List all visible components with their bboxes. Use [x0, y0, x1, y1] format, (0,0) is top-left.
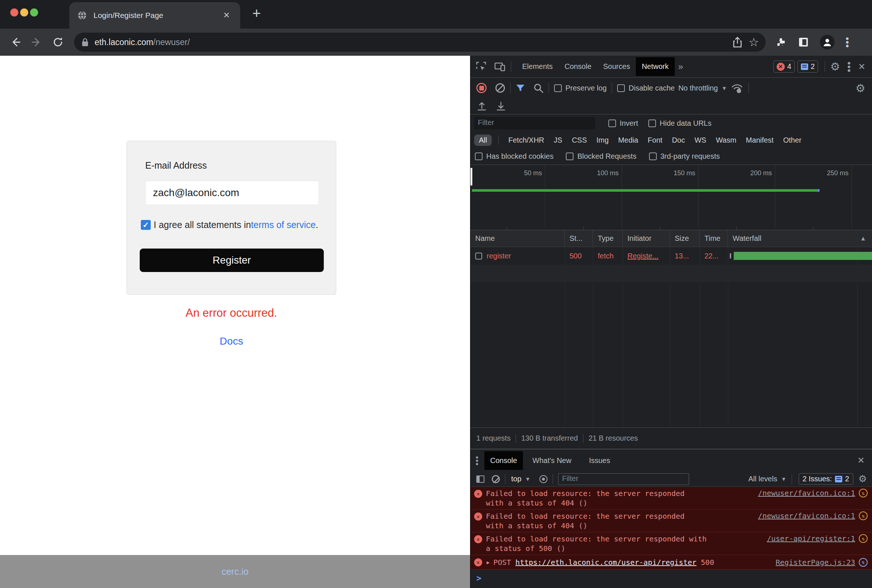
source-link[interactable]: /user-api/register:1	[767, 534, 855, 543]
overview-selection-handle[interactable]	[470, 168, 472, 186]
third-party-checkbox[interactable]: 3rd-party requests	[649, 152, 720, 160]
register-button[interactable]: Register	[140, 249, 324, 272]
filter-wasm[interactable]: Wasm	[716, 136, 736, 144]
filter-js[interactable]: JS	[554, 136, 562, 144]
blocked-cookies-checkbox[interactable]: Has blocked cookies	[475, 152, 553, 160]
filter-funnel-icon[interactable]	[516, 84, 525, 92]
export-har-icon[interactable]	[496, 101, 506, 111]
col-waterfall[interactable]: Waterfall ▲	[728, 230, 872, 247]
network-request-icon[interactable]: ⇅	[859, 489, 867, 498]
issues-counter[interactable]: 2 Issues: 2	[798, 473, 853, 484]
col-initiator[interactable]: Initiator	[623, 230, 670, 247]
hide-data-urls-checkbox[interactable]: Hide data URLs	[648, 119, 711, 128]
col-time[interactable]: Time	[699, 230, 728, 247]
device-toolbar-icon[interactable]	[494, 61, 506, 72]
devtools-menu-icon[interactable]: •••	[847, 61, 851, 72]
source-link[interactable]: RegisterPage.js:23	[776, 558, 855, 567]
filter-all[interactable]: All	[474, 135, 492, 146]
drawer-menu-icon[interactable]: •••	[476, 456, 479, 465]
request-row-register[interactable]: register 500 fetch Registe... 13... 22..…	[470, 247, 872, 265]
console-settings-icon[interactable]: ⚙	[858, 473, 867, 484]
disable-cache-checkbox[interactable]: Disable cache	[617, 84, 675, 92]
filter-media[interactable]: Media	[618, 136, 638, 144]
filter-css[interactable]: CSS	[572, 136, 587, 144]
console-error-post[interactable]: ✕ ▶ POST https://eth.laconic.com/user-ap…	[470, 555, 872, 570]
request-url-link[interactable]: https://eth.laconic.com/user-api/registe…	[516, 558, 697, 567]
cerc-link[interactable]: cerc.io	[222, 566, 249, 577]
network-request-icon[interactable]: ⇅	[859, 558, 867, 567]
profile-avatar[interactable]	[820, 35, 834, 50]
col-status[interactable]: St...	[565, 230, 593, 247]
log-levels-select[interactable]: All levels	[749, 475, 777, 483]
col-size[interactable]: Size	[670, 230, 699, 247]
forward-icon[interactable]	[31, 36, 42, 48]
search-icon[interactable]	[533, 83, 543, 93]
source-link[interactable]: /newuser/favicon.ico:1	[758, 512, 855, 520]
console-prompt[interactable]: >	[470, 570, 872, 588]
error-count-badge[interactable]: ✕ 4	[773, 60, 795, 73]
drawer-tab-whats-new[interactable]: What's New	[527, 451, 577, 470]
network-settings-icon[interactable]: ⚙	[855, 82, 865, 94]
drawer-close-icon[interactable]: ✕	[857, 455, 864, 465]
request-initiator-link[interactable]: Registe...	[623, 247, 670, 265]
console-error-3[interactable]: ✕ Failed to load resource: the server re…	[470, 532, 872, 555]
blocked-requests-checkbox[interactable]: Blocked Requests	[566, 152, 636, 160]
import-har-icon[interactable]	[477, 101, 486, 111]
console-sidebar-icon[interactable]	[476, 476, 485, 483]
context-select[interactable]: top	[511, 475, 521, 483]
browser-tab[interactable]: Login/Register Page ✕	[69, 2, 240, 28]
tab-sources[interactable]: Sources	[597, 57, 636, 76]
network-conditions-icon[interactable]	[731, 82, 743, 93]
filter-img[interactable]: Img	[597, 136, 609, 144]
devtools-settings-icon[interactable]: ⚙	[830, 60, 840, 73]
console-error-1[interactable]: ✕ Failed to load resource: the server re…	[470, 487, 872, 510]
filter-fetch-xhr[interactable]: Fetch/XHR	[508, 136, 544, 144]
url-bar[interactable]: eth.laconic.com/newuser/ ☆	[74, 33, 765, 52]
back-icon[interactable]	[9, 36, 21, 48]
network-request-icon[interactable]: ⇅	[859, 534, 867, 543]
tab-network[interactable]: Network	[636, 57, 674, 76]
throttling-select[interactable]: No throttling	[678, 84, 718, 92]
terms-link[interactable]: terms of service	[251, 220, 315, 230]
side-panel-icon[interactable]	[798, 37, 809, 48]
record-icon[interactable]	[476, 83, 486, 93]
network-overview-timeline[interactable]: 50 ms 100 ms 150 ms 200 ms 250 ms	[470, 165, 872, 230]
tab-elements[interactable]: Elements	[516, 57, 558, 76]
share-icon[interactable]	[732, 37, 743, 48]
extensions-puzzle-icon[interactable]	[775, 36, 787, 48]
tab-console[interactable]: Console	[558, 57, 597, 76]
col-type[interactable]: Type	[593, 230, 623, 247]
new-tab-button[interactable]: +	[248, 5, 265, 22]
filter-font[interactable]: Font	[648, 136, 662, 144]
expand-triangle-icon[interactable]: ▶	[486, 560, 489, 565]
col-name[interactable]: Name	[470, 230, 565, 247]
drawer-tab-issues[interactable]: Issues	[583, 451, 616, 470]
filter-ws[interactable]: WS	[695, 136, 706, 144]
docs-link[interactable]: Docs	[0, 335, 463, 347]
clear-icon[interactable]	[495, 83, 505, 93]
filter-manifest[interactable]: Manifest	[746, 136, 774, 144]
issues-count-badge[interactable]: 2	[798, 60, 818, 73]
reload-icon[interactable]	[52, 36, 64, 48]
live-expression-eye-icon[interactable]	[539, 475, 548, 483]
preserve-log-checkbox[interactable]: Preserve log	[554, 84, 606, 92]
row-checkbox[interactable]	[475, 253, 482, 260]
window-zoom-button[interactable]	[30, 8, 38, 16]
inspect-element-icon[interactable]	[476, 61, 486, 72]
network-request-icon[interactable]: ⇅	[859, 512, 867, 520]
bookmark-star-icon[interactable]: ☆	[749, 35, 759, 49]
filter-doc[interactable]: Doc	[672, 136, 685, 144]
source-link[interactable]: /newuser/favicon.ico:1	[758, 489, 855, 498]
console-filter-input[interactable]: Filter	[558, 473, 689, 485]
drawer-tab-console[interactable]: Console	[485, 451, 523, 470]
network-filter-input[interactable]: Filter	[474, 117, 595, 129]
more-tabs-icon[interactable]: »	[675, 62, 687, 72]
invert-checkbox[interactable]: Invert	[608, 119, 638, 128]
console-error-2[interactable]: ✕ Failed to load resource: the server re…	[470, 510, 872, 532]
window-close-button[interactable]	[10, 8, 18, 16]
window-minimize-button[interactable]	[20, 8, 28, 16]
filter-other[interactable]: Other	[783, 136, 801, 144]
devtools-close-icon[interactable]: ✕	[858, 62, 865, 72]
email-field[interactable]	[145, 181, 319, 205]
agree-checkbox[interactable]: ✓	[141, 220, 151, 230]
